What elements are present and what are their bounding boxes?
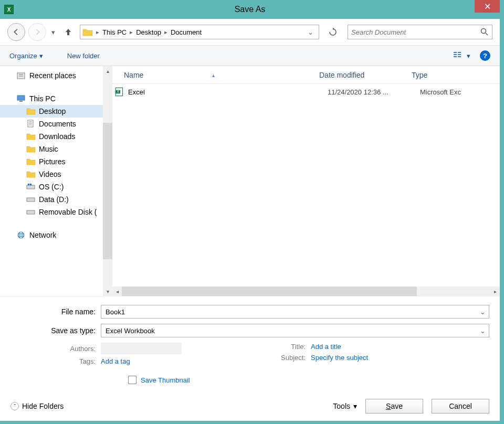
navigation-row: ▾ ▸ This PC ▸ Desktop ▸ Document ⌄	[0, 19, 500, 45]
column-header-type[interactable]: Type	[412, 71, 500, 79]
refresh-icon	[329, 28, 337, 36]
save-form: File name: Book1 ⌄ Save as type: Excel W…	[0, 296, 500, 391]
breadcrumb-dropdown[interactable]: ⌄	[304, 28, 317, 36]
cancel-button[interactable]: Cancel	[432, 399, 489, 414]
tools-label: Tools	[333, 402, 350, 410]
tree-label: Data (D:)	[39, 195, 69, 204]
window-title: Save As	[235, 5, 266, 14]
tree-label: OS (C:)	[39, 183, 64, 191]
filename-label: File name:	[10, 308, 101, 316]
tree-item-desktop[interactable]: Desktop	[0, 105, 112, 118]
tree-item-pictures[interactable]: Pictures	[0, 155, 112, 168]
horizontal-scrollbar[interactable]: ◂ ▸	[112, 287, 500, 296]
tree-scrollbar[interactable]: ▴ ▾	[103, 66, 112, 296]
save-button[interactable]: Save	[365, 399, 423, 414]
folder-icon	[26, 145, 36, 153]
folder-icon	[26, 170, 36, 178]
search-icon[interactable]	[480, 28, 489, 36]
tree-label: Pictures	[39, 157, 66, 166]
svg-rect-4	[454, 56, 457, 57]
refresh-button[interactable]	[326, 25, 340, 39]
tools-button[interactable]: Tools ▾	[333, 402, 357, 410]
tree-item-this-pc[interactable]: This PC	[0, 92, 112, 105]
title-input[interactable]: Add a title	[311, 343, 341, 351]
chevron-down-icon[interactable]: ⌄	[480, 327, 486, 335]
column-header-name[interactable]: Name ▴	[112, 71, 319, 79]
search-box[interactable]	[348, 25, 492, 39]
help-button[interactable]: ?	[480, 50, 490, 61]
hide-folders-button[interactable]: ˄ Hide Folders	[10, 402, 64, 410]
breadcrumb-seg-desktop[interactable]: Desktop	[134, 28, 163, 36]
svg-rect-3	[454, 54, 457, 55]
breadcrumb-sep-icon: ▸	[130, 29, 133, 36]
file-name: Excel	[128, 88, 328, 96]
authors-label: Authors:	[10, 345, 101, 353]
column-header-date[interactable]: Date modified	[319, 71, 412, 79]
computer-icon	[17, 94, 26, 103]
tree-label: This PC	[29, 94, 56, 103]
tree-item-data-d[interactable]: Data (D:)	[0, 193, 112, 206]
tree-item-removable[interactable]: Removable Disk (	[0, 206, 112, 218]
chevron-down-icon[interactable]: ⌄	[480, 308, 486, 316]
chevron-down-icon: ▾	[353, 402, 357, 410]
tree-label: Removable Disk (	[39, 208, 97, 216]
svg-point-0	[481, 29, 486, 34]
subject-input[interactable]: Specify the subject	[311, 354, 368, 362]
tree-item-music[interactable]: Music	[0, 143, 112, 155]
breadcrumb-seg-thispc[interactable]: This PC	[100, 28, 129, 36]
save-thumbnail-checkbox[interactable]	[128, 376, 136, 384]
back-button[interactable]	[7, 23, 25, 41]
svg-rect-12	[27, 185, 35, 189]
folder-icon	[82, 27, 93, 37]
svg-rect-6	[458, 54, 461, 55]
scroll-right-icon[interactable]: ▸	[490, 287, 500, 296]
file-type: Microsoft Exc	[420, 88, 500, 96]
recent-places-icon	[17, 71, 26, 80]
folder-icon	[26, 107, 36, 115]
scroll-thumb[interactable]	[122, 287, 417, 296]
view-options-button[interactable]: ▾	[453, 51, 470, 60]
file-list-header: Name ▴ Date modified Type	[112, 66, 500, 84]
network-icon	[17, 231, 26, 239]
new-folder-button[interactable]: New folder	[67, 52, 100, 60]
tree-item-documents[interactable]: Documents	[0, 118, 112, 130]
breadcrumb-seg-document[interactable]: Document	[169, 28, 204, 36]
button-row: ˄ Hide Folders Tools ▾ Save Cancel	[0, 391, 500, 421]
tree-item-downloads[interactable]: Downloads	[0, 130, 112, 143]
scroll-up-icon[interactable]: ▴	[103, 66, 112, 76]
drive-icon	[26, 195, 36, 204]
forward-button[interactable]	[28, 23, 46, 41]
scroll-left-icon[interactable]: ◂	[112, 287, 122, 296]
tree-item-network[interactable]: Network	[0, 229, 112, 241]
drive-icon	[26, 208, 36, 216]
tags-input[interactable]: Add a tag	[101, 357, 130, 365]
svg-rect-9	[17, 96, 25, 100]
tree-item-videos[interactable]: Videos	[0, 168, 112, 181]
svg-rect-5	[458, 52, 461, 53]
search-input[interactable]	[351, 28, 480, 36]
drive-icon	[26, 183, 36, 191]
breadcrumb[interactable]: ▸ This PC ▸ Desktop ▸ Document ⌄	[80, 25, 319, 39]
savetype-select[interactable]: Excel Workbook ⌄	[101, 324, 489, 337]
sort-ascending-icon: ▴	[212, 72, 215, 78]
filename-input[interactable]: Book1 ⌄	[101, 305, 489, 319]
filename-value: Book1	[106, 308, 125, 316]
close-button[interactable]: ✕	[475, 0, 500, 13]
file-row[interactable]: X Excel 11/24/2020 12:36 ... Microsoft E…	[112, 84, 500, 100]
recent-locations-dropdown[interactable]: ▾	[49, 28, 57, 36]
tree-item-recent-places[interactable]: Recent places	[0, 69, 112, 82]
scroll-down-icon[interactable]: ▾	[103, 287, 112, 296]
scroll-thumb[interactable]	[103, 123, 112, 259]
file-list-area: Name ▴ Date modified Type X Excel 11/24/…	[112, 66, 500, 296]
authors-input[interactable]	[101, 343, 182, 354]
tree-item-os-c[interactable]: OS (C:)	[0, 181, 112, 193]
svg-rect-2	[454, 52, 457, 53]
save-thumbnail-label: Save Thumbnail	[141, 376, 190, 384]
breadcrumb-sep-icon: ▸	[96, 29, 99, 36]
svg-line-1	[486, 33, 488, 35]
documents-icon	[26, 120, 36, 128]
tree-label: Network	[29, 231, 56, 239]
up-button[interactable]	[62, 26, 75, 38]
up-arrow-icon	[64, 28, 72, 36]
organize-button[interactable]: Organize ▾	[9, 52, 43, 60]
